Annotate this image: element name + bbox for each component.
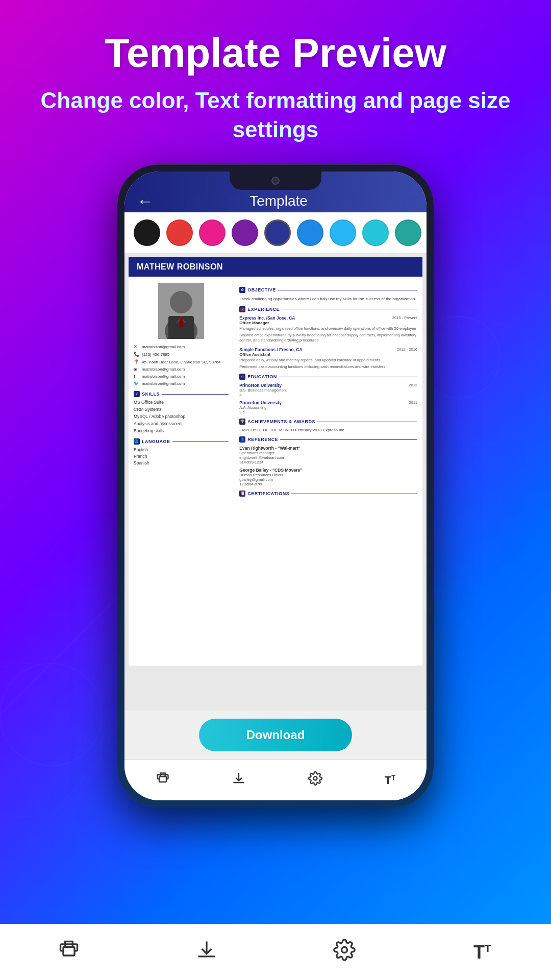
settings-icon <box>308 771 322 789</box>
page-bottom-nav: TT <box>0 924 551 980</box>
skills-section-title: ✓ SKILLS <box>134 391 229 397</box>
color-teal[interactable] <box>362 219 389 246</box>
exp-role-1: Office Manager <box>239 321 417 325</box>
edu-item-2: Princeton University 2011 A.A. Accountin… <box>239 400 417 414</box>
header-subtitle: Change color, Text formatting and page s… <box>0 86 551 144</box>
lang-french: French <box>134 454 229 459</box>
resume-right-column: ⊙ OBJECTIVE I seek challenging opportuni… <box>234 277 422 659</box>
email-icon: ✉ <box>134 344 139 349</box>
ref-email-2: gbailey@gmail.com <box>239 477 417 482</box>
edu-item-1: Princeton University 2013 B.S. Business … <box>239 383 417 397</box>
education-icon: 🎓 <box>239 374 245 380</box>
print-icon <box>156 771 170 789</box>
resume-left-column: ✉ matrobison@gmail.com 📞 (123) 456 7895 … <box>129 277 234 659</box>
svg-point-20 <box>342 947 347 953</box>
certifications-icon: 📜 <box>239 491 245 497</box>
skills-icon: ✓ <box>134 391 140 397</box>
exp-role-2: Office Assistant <box>239 352 417 357</box>
header-section: Template Preview Change color, Text form… <box>0 0 551 144</box>
achievement-text: EMPLOYEE OF THE MONTH February 2018 Expr… <box>239 428 417 432</box>
camera-dot <box>271 177 280 185</box>
education-heading: 🎓 EDUCATION <box>239 374 417 380</box>
exp-item-1: Express Inc. /San Jose, CA 2016 - Presen… <box>239 315 417 343</box>
phone-inner-frame: ← Template <box>124 172 427 800</box>
page-settings-icon <box>333 939 356 966</box>
page-nav-download[interactable] <box>138 939 276 966</box>
resume-name-header: MATHEW ROBINSON <box>129 257 422 277</box>
contact-twitter: 🐦 matrobison@gmail.com <box>134 381 229 386</box>
lang-english: English <box>134 447 229 452</box>
color-pink[interactable] <box>199 219 226 246</box>
phone-text: (123) 456 7895 <box>142 352 169 357</box>
linkedin-text: matrobison@gmail.com <box>142 367 185 372</box>
page-nav-font[interactable]: TT <box>413 943 551 962</box>
twitter-icon: 🐦 <box>134 381 139 386</box>
phone-screen: ← Template <box>124 172 427 800</box>
language-section-title: 🌐 LANGUAGE <box>134 438 229 445</box>
exp-desc-2b: Performed basic accounting functions inc… <box>239 364 417 370</box>
color-purple[interactable] <box>232 219 258 246</box>
lang-spanish: Spanish <box>134 460 229 465</box>
edu-degree-2: A.A. Accounting <box>239 405 417 410</box>
nav-font-size[interactable]: TT <box>374 770 406 791</box>
app-title: Template <box>163 193 414 209</box>
certifications-heading: 📜 CERTIFICATIONS <box>239 491 417 497</box>
objective-text: I seek challenging opportunities where I… <box>239 296 417 302</box>
phone-icon: 📞 <box>134 352 139 357</box>
exp-company-1: Express Inc. /San Jose, CA 2016 - Presen… <box>239 315 417 321</box>
svg-rect-14 <box>180 317 183 328</box>
experience-heading: 💼 EXPERIENCE <box>239 306 417 312</box>
page-print-icon <box>58 939 80 966</box>
email-text: matrobison@gmail.com <box>142 345 185 349</box>
phone-bottom-nav: TT <box>124 760 427 800</box>
nav-print[interactable] <box>145 767 180 793</box>
address-text: 45, Pooh Bear Lane, Charleston SC, 90764 <box>142 360 220 364</box>
color-black[interactable] <box>134 219 160 246</box>
page-download-icon <box>195 939 218 966</box>
color-blue[interactable] <box>297 219 323 246</box>
ref-role-1: Operations manager <box>239 451 417 455</box>
contact-phone: 📞 (123) 456 7895 <box>134 352 229 357</box>
back-button[interactable]: ← <box>137 192 153 211</box>
reference-heading: 👤 REFERENCE <box>239 436 417 443</box>
profile-photo <box>158 283 204 339</box>
exp-item-2: Simple Functions / Fresno, CA 2012 - 201… <box>239 347 417 370</box>
page-nav-settings[interactable] <box>276 939 413 966</box>
contact-email: ✉ matrobison@gmail.com <box>134 344 229 349</box>
facebook-icon: f <box>134 374 139 379</box>
page-nav-print[interactable] <box>0 939 138 966</box>
edu-school-2: Princeton University 2011 <box>239 400 417 405</box>
exp-desc-1b: Slashed office expenditures by $35k by n… <box>239 333 417 343</box>
twitter-text: matrobison@gmail.com <box>142 381 185 386</box>
nav-settings[interactable] <box>298 767 333 793</box>
phone-mockup: ← Template <box>0 164 551 807</box>
svg-rect-18 <box>63 947 74 956</box>
linkedin-icon: in <box>134 367 139 372</box>
contact-linkedin: in matrobison@gmail.com <box>134 367 229 372</box>
contact-facebook: f matrobison@gmail.com <box>134 374 229 379</box>
address-icon: 📍 <box>134 359 139 364</box>
nav-download[interactable] <box>221 767 256 793</box>
ref-role-2: Human Resources Officer <box>239 473 417 477</box>
ref-item-1: Evan Rightworth - "Wal-mart" Operations … <box>239 446 417 464</box>
svg-point-9 <box>170 291 192 313</box>
download-button[interactable]: Download <box>199 719 352 751</box>
resume-body: ✉ matrobison@gmail.com 📞 (123) 456 7895 … <box>129 277 422 659</box>
skill-3: MySQL / Adobe photoshop <box>134 414 229 419</box>
ref-name-1: Evan Rightworth - "Wal-mart" <box>239 446 417 451</box>
color-light-blue[interactable] <box>330 219 356 246</box>
reference-icon: 👤 <box>239 436 245 443</box>
resume-scroll-area[interactable]: MATHEW ROBINSON <box>124 253 427 710</box>
resume-paper: MATHEW ROBINSON <box>129 257 422 666</box>
skill-1: MS Office Suite <box>134 400 229 405</box>
language-icon: 🌐 <box>134 438 140 445</box>
edu-school-1: Princeton University 2013 <box>239 383 417 388</box>
ref-item-2: George Bailey - "CDS Movers" Human Resou… <box>239 468 417 486</box>
color-red[interactable] <box>166 219 193 246</box>
phone-outer-frame: ← Template <box>117 164 434 807</box>
color-navy[interactable] <box>264 219 291 246</box>
contact-address: 📍 45, Pooh Bear Lane, Charleston SC, 907… <box>134 359 229 364</box>
page-font-icon: TT <box>473 943 491 962</box>
font-size-icon: TT <box>385 774 395 787</box>
color-mint[interactable] <box>395 219 421 246</box>
